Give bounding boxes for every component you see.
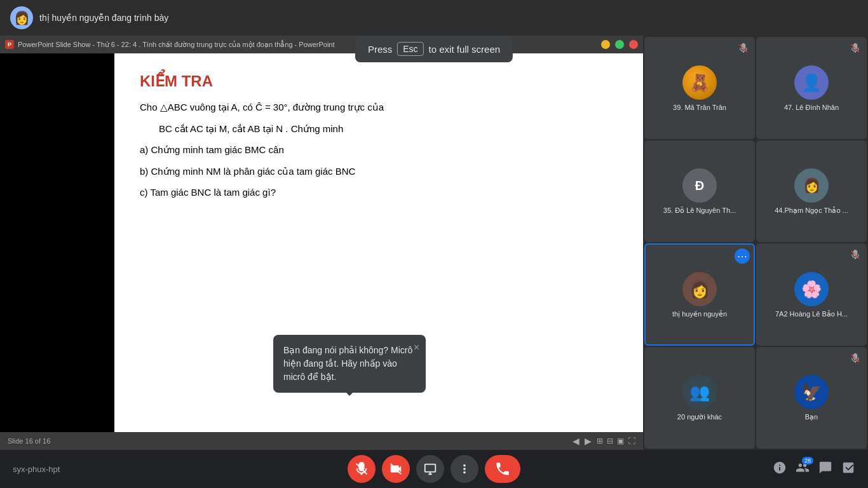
avatar-3: Đ: [682, 168, 717, 203]
meeting-code: syx-phux-hpt: [13, 464, 60, 474]
bottom-controls: [348, 455, 520, 483]
slide-black-left: [0, 53, 114, 432]
avatar-7: [682, 375, 717, 409]
participant-tile-1: 39. Mã Trân Trân: [644, 37, 755, 139]
slide-paragraph-2: BC cắt AC tại M, cắt AB tại N . Chứng mi…: [140, 121, 618, 137]
participant-tile-2: 47. Lê Đình Nhân: [756, 37, 867, 139]
top-bar: 👩 thị huyền nguyễn đang trình bày: [0, 0, 868, 36]
participant-options-button-5[interactable]: ⋯: [735, 248, 750, 264]
slide-item-b: b) Chứng minh NM là phân giác của tam gi…: [140, 163, 618, 180]
toolbar-window-controls: [601, 40, 638, 49]
mic-tooltip: × Bạn đang nói phải không? Micrô hiện đa…: [273, 335, 426, 393]
mic-off-icon-2: [849, 42, 862, 55]
presenter-name: thị huyền nguyễn đang trình bày: [39, 13, 168, 23]
avatar-1: [682, 65, 717, 100]
slide-item-c: c) Tam giác BNC là tam giác gì?: [140, 184, 618, 201]
view-buttons: ⊞ ⊟ ▣ ⛶: [597, 437, 635, 445]
participant-tile-6: 7A2 Hoàng Lê Bảo H...: [756, 243, 867, 346]
participant-tile-7: 20 người khác: [644, 347, 755, 449]
mic-tooltip-close[interactable]: ×: [414, 340, 419, 355]
normal-view-button[interactable]: ⊞: [597, 437, 603, 445]
participants-sidebar: 39. Mã Trân Trân 47. Lê Đình Nhân Đ 35. …: [643, 36, 868, 450]
participant-tile-3: Đ 35. Đỗ Lê Nguyên Th...: [644, 140, 755, 243]
mic-off-icon-8: [849, 352, 862, 365]
minimize-button[interactable]: [601, 40, 610, 49]
close-button[interactable]: [629, 40, 638, 49]
slideshow-view-button[interactable]: ▣: [617, 437, 624, 445]
prev-slide-button[interactable]: ◀: [573, 436, 580, 446]
mic-off-icon-6: [849, 248, 862, 261]
slide-footer: Slide 16 of 16 ◀ ▶ ⊞ ⊟ ▣ ⛶: [0, 432, 643, 450]
next-slide-button[interactable]: ▶: [585, 436, 592, 446]
info-button[interactable]: [773, 461, 787, 478]
people-count-badge: 28: [802, 457, 813, 464]
avatar-6: [794, 272, 829, 306]
slide-paragraph-1: Cho △ABC vuông tại A, có Ĉ = 30°, đường …: [140, 99, 618, 116]
slide-title: KIỂM TRA: [140, 72, 618, 90]
chat-button[interactable]: [818, 461, 832, 478]
avatar-4: 👩: [794, 168, 829, 203]
participant-name-2: 47. Lê Đình Nhân: [784, 104, 839, 111]
avatar-8: [794, 375, 829, 409]
participant-name-8: Bạn: [805, 413, 818, 421]
exit-text: to exit full screen: [429, 44, 501, 55]
participant-tile-4: 👩 44.Phạm Ngọc Thảo ...: [756, 140, 867, 243]
slide-info: Slide 16 of 16: [8, 437, 50, 445]
bottom-right-controls: 28: [773, 461, 855, 478]
esc-key: Esc: [397, 42, 423, 56]
maximize-button[interactable]: [615, 40, 624, 49]
participant-name-6: 7A2 Hoàng Lê Bảo H...: [775, 310, 848, 318]
mic-off-icon-1: [737, 42, 750, 55]
presentation-area: P PowerPoint Slide Show - Thứ 6 - 22: 4 …: [0, 36, 643, 450]
participant-tile-8: Bạn: [756, 347, 867, 449]
slide-toolbar: P PowerPoint Slide Show - Thứ 6 - 22: 4 …: [0, 36, 643, 53]
slide-toolbar-title: PowerPoint Slide Show - Thứ 6 - 22: 4 . …: [18, 41, 335, 49]
participant-name-3: 35. Đỗ Lê Nguyên Th...: [663, 207, 736, 215]
participant-name-5: thị huyền nguyễn: [672, 310, 727, 318]
activities-button[interactable]: [841, 461, 855, 478]
outline-view-button[interactable]: ⊟: [607, 437, 613, 445]
fullscreen-view-button[interactable]: ⛶: [628, 437, 635, 445]
press-text: Press: [368, 44, 392, 55]
people-button[interactable]: 28: [796, 461, 810, 478]
present-button[interactable]: [416, 455, 444, 483]
fullscreen-banner: Press Esc to exit full screen: [355, 36, 513, 62]
participant-name-7: 20 người khác: [677, 413, 722, 421]
avatar-5: [682, 272, 717, 306]
bottom-bar: syx-phux-hpt: [0, 450, 868, 488]
mic-tooltip-message: Bạn đang nói phải không? Micrô hiện đang…: [283, 345, 412, 382]
participant-name-1: 39. Mã Trân Trân: [673, 104, 726, 111]
participant-name-4: 44.Phạm Ngọc Thảo ...: [775, 207, 848, 215]
more-options-button[interactable]: [451, 455, 478, 483]
main-layout: P PowerPoint Slide Show - Thứ 6 - 22: 4 …: [0, 36, 868, 450]
slide-navigation: ◀ ▶ ⊞ ⊟ ▣ ⛶: [573, 436, 635, 446]
avatar-2: [794, 65, 829, 100]
participant-tile-5: ⋯ thị huyền nguyễn: [644, 243, 755, 346]
camera-button[interactable]: [382, 455, 410, 483]
mute-button[interactable]: [348, 455, 376, 483]
slide-item-a: a) Chứng minh tam giác BMC cân: [140, 142, 618, 158]
powerpoint-icon: P: [5, 40, 14, 49]
slide-body: Cho △ABC vuông tại A, có Ĉ = 30°, đường …: [140, 99, 618, 206]
end-call-button[interactable]: [485, 455, 520, 483]
presenter-avatar: 👩: [10, 6, 33, 29]
